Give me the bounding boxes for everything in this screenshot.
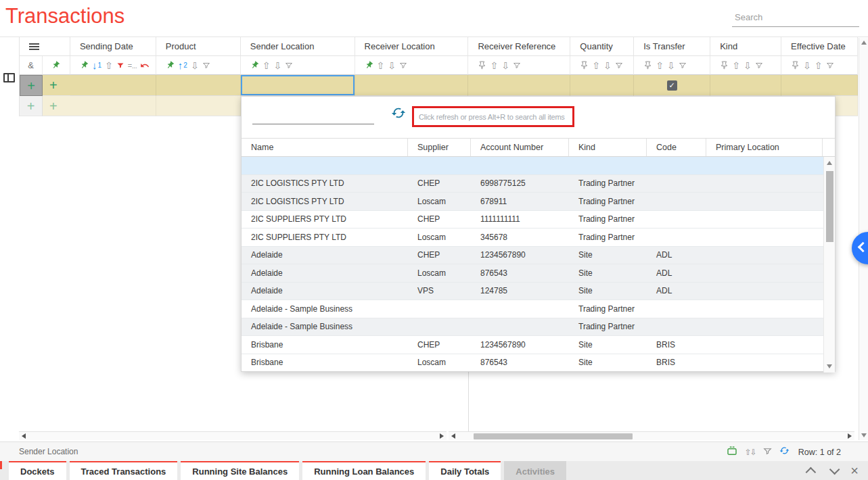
pin-icon[interactable] [580, 61, 589, 70]
tab-activities[interactable]: Activities [504, 461, 566, 480]
pin-icon[interactable] [365, 61, 373, 70]
popup-column-header-kind[interactable]: Kind [569, 139, 647, 156]
expand-panel-button[interactable] [852, 232, 868, 264]
cell-effective-date[interactable] [781, 75, 858, 96]
cell-kind[interactable] [710, 75, 781, 96]
add-row-cell[interactable]: + [43, 75, 70, 96]
arrow-down-icon[interactable]: ⇩ [501, 61, 509, 70]
close-icon[interactable]: × [850, 464, 859, 477]
filter-icon[interactable] [763, 446, 772, 458]
pin-icon[interactable] [720, 61, 729, 70]
pin-icon[interactable] [166, 61, 175, 70]
popup-column-header-primary-location[interactable]: Primary Location [706, 139, 823, 156]
filter-funnel-icon[interactable] [399, 62, 407, 70]
location-row[interactable]: BrisbaneLoscam876543SiteBRIS [242, 354, 835, 372]
location-row[interactable]: 2IC LOGISTICS PTY LTDLoscam678911Trading… [242, 193, 835, 211]
arrow-up-icon[interactable]: ⇧ [262, 61, 271, 70]
refresh-icon[interactable] [779, 446, 790, 458]
location-row[interactable]: AdelaideLoscam876543SiteADL [242, 264, 835, 283]
column-header-effective-date[interactable]: Effective Date [781, 37, 858, 56]
cell-sender-location[interactable] [241, 75, 355, 96]
pin-icon[interactable] [250, 61, 259, 70]
arrow-up-icon[interactable]: ⇧ [377, 61, 385, 70]
sort-order-icon[interactable]: ⇧⇩ [745, 448, 756, 457]
filter-operator-cell[interactable]: & [20, 56, 43, 75]
filter-funnel-icon[interactable] [202, 62, 210, 70]
arrow-up-icon[interactable]: ⇧ [592, 61, 600, 70]
scroll-right-arrow-icon[interactable] [848, 433, 852, 439]
arrow-up-icon[interactable]: ⇧ [105, 61, 113, 70]
grid-row-1[interactable]: ++✓ [20, 75, 858, 96]
popup-scrollbar[interactable] [823, 157, 835, 373]
pin-icon[interactable] [80, 61, 89, 70]
pin-icon[interactable] [791, 61, 800, 70]
scroll-down-arrow-icon[interactable] [827, 364, 832, 368]
filter-funnel-icon[interactable] [755, 62, 763, 70]
arrow-up-icon[interactable]: ⇧ [732, 61, 740, 70]
cell-receiver-reference[interactable] [468, 75, 570, 96]
scroll-up-arrow-icon[interactable] [827, 161, 832, 165]
arrow-up-icon[interactable]: ⇧ [815, 61, 823, 70]
location-row[interactable]: 2IC SUPPLIERS PTY LTDCHEP1111111111Tradi… [242, 211, 835, 229]
scrollbar-thumb[interactable] [826, 171, 833, 242]
filter-pin-cell[interactable] [43, 56, 70, 75]
chevron-down-icon[interactable] [829, 464, 840, 475]
column-header-quantity[interactable]: Quantity [570, 37, 634, 56]
popup-column-header-code[interactable]: Code [647, 139, 706, 156]
grid-horizontal-scrollbar-left[interactable] [19, 431, 447, 440]
scroll-up-arrow-icon[interactable] [861, 41, 867, 45]
cell-sending-date[interactable] [70, 75, 156, 96]
hamburger-icon[interactable] [29, 42, 39, 51]
row-indicator-cell[interactable]: + [20, 75, 43, 96]
arrow-down-icon[interactable]: ⇩ [803, 61, 811, 70]
arrow-down-icon[interactable]: ⇩ [744, 61, 752, 70]
sort-up-icon[interactable]: ↑ [178, 60, 183, 70]
popup-column-header-name[interactable]: Name [242, 139, 408, 156]
cell-sending-date[interactable] [70, 96, 156, 116]
grid-horizontal-scrollbar-right[interactable] [449, 431, 854, 440]
grid-menu-cell[interactable] [20, 37, 70, 56]
cell-is-transfer[interactable]: ✓ [634, 75, 710, 96]
filter-funnel-icon[interactable] [679, 62, 687, 70]
filter-funnel-icon[interactable] [826, 62, 834, 70]
cell-quantity[interactable] [570, 75, 634, 96]
arrow-down-icon[interactable]: ⇩ [388, 61, 396, 70]
location-row[interactable]: BrisbaneCHEP1234567890SiteBRIS [242, 336, 835, 354]
filter-funnel-icon[interactable] [285, 62, 293, 70]
popup-column-header-supplier[interactable]: Supplier [408, 139, 471, 156]
location-row[interactable]: AdelaideVPS124785SiteADL [242, 283, 835, 301]
popup-column-header-account-number[interactable]: Account Number [471, 139, 569, 156]
tab-dockets[interactable]: Dockets [9, 461, 66, 480]
column-header-sender-location[interactable]: Sender Location [241, 37, 355, 56]
cell-product[interactable] [156, 96, 241, 116]
location-row[interactable]: Adelaide - Sample BusinessTrading Partne… [242, 300, 835, 318]
add-row-cell[interactable]: + [43, 96, 70, 116]
filter-funnel-icon[interactable] [513, 62, 521, 70]
location-filter-input[interactable] [252, 107, 374, 124]
cell-product[interactable] [156, 75, 241, 96]
column-header-receiver-location[interactable]: Receiver Location [355, 37, 469, 56]
pin-icon[interactable] [643, 61, 652, 70]
column-header-kind[interactable]: Kind [710, 37, 781, 56]
tab-running-loan-balances[interactable]: Running Loan Balances [302, 461, 426, 480]
tab-running-site-balances[interactable]: Running Site Balances [181, 461, 299, 480]
filter-condition-text[interactable]: =... [128, 62, 137, 70]
filter-funnel-icon[interactable] [116, 62, 124, 70]
sort-down-icon[interactable]: ↓ [92, 60, 97, 70]
arrow-up-icon[interactable]: ⇧ [656, 61, 664, 70]
scroll-right-arrow-icon[interactable] [440, 433, 444, 439]
scroll-down-arrow-icon[interactable] [861, 433, 867, 437]
cell-receiver-location[interactable] [355, 75, 469, 96]
location-row[interactable]: AdelaideCHEP1234567890SiteADL [242, 247, 835, 265]
location-row[interactable]: Adelaide - Sample BusinessTrading Partne… [242, 318, 835, 337]
arrow-down-icon[interactable]: ⇩ [191, 61, 199, 70]
filter-funnel-icon[interactable] [615, 62, 623, 70]
is-transfer-checkbox[interactable]: ✓ [667, 80, 677, 91]
column-header-is-transfer[interactable]: Is Transfer [634, 37, 710, 56]
column-header-product[interactable]: Product [156, 37, 241, 56]
undo-icon[interactable] [140, 61, 150, 70]
monitor-icon[interactable] [727, 446, 737, 459]
refresh-icon[interactable] [390, 104, 407, 122]
location-row[interactable]: 2IC SUPPLIERS PTY LTDLoscam345678Trading… [242, 229, 835, 247]
search-input[interactable] [732, 8, 859, 27]
